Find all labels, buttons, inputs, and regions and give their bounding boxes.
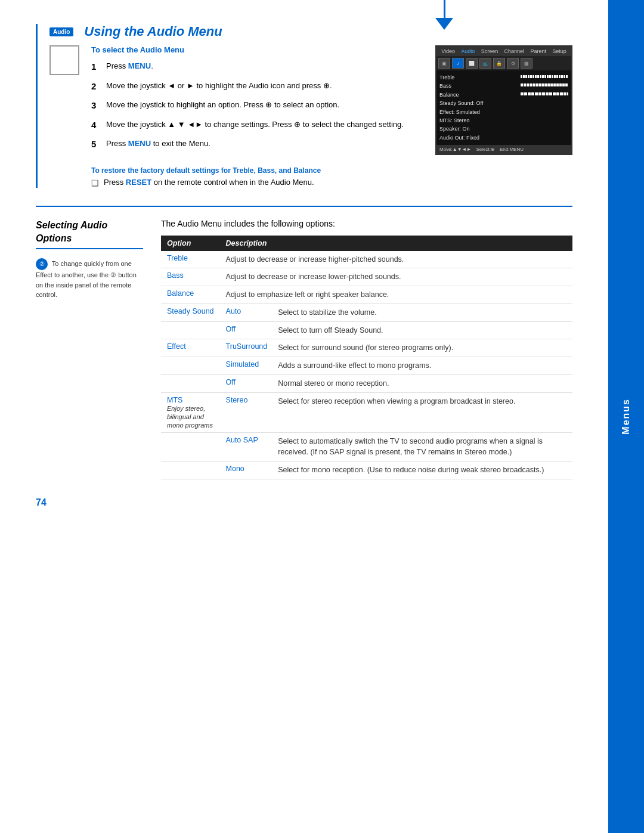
step-2: 2 Move the joystick ◄ or ► to highlight … bbox=[91, 80, 423, 94]
menu-keyword-2: MENU bbox=[128, 139, 151, 148]
tv-icon-5: 🔒 bbox=[493, 58, 505, 69]
option-treble: Treble bbox=[161, 251, 220, 268]
factory-title: To restore the factory default settings … bbox=[91, 166, 423, 175]
option-balance: Balance bbox=[161, 286, 220, 304]
right-sidebar: Menus bbox=[608, 0, 644, 833]
option-bass: Bass bbox=[161, 268, 220, 286]
options-table: Option Description Treble Adjust to decr… bbox=[161, 236, 572, 479]
tv-menu-bar: Video Audio Screen Channel Parent Setup bbox=[436, 47, 571, 56]
tv-row-audio-out: Audio Out: Fixed bbox=[439, 134, 568, 142]
left-col: Selecting Audio Options ② To change quic… bbox=[36, 219, 143, 479]
table-row: MTS Enjoy stereo,bilingual andmono progr… bbox=[161, 392, 572, 432]
sub-option-mono: Mono bbox=[220, 462, 273, 479]
step-3: 3 Move the joystick to highlight an opti… bbox=[91, 99, 423, 113]
tv-icons-bar: ▣ ♪ ⬜ 📺 🔒 ⚙ ▦ bbox=[436, 56, 571, 70]
step-list: 1 Press MENU. 2 Move the joystick ◄ or ►… bbox=[91, 60, 423, 151]
right-col: The Audio Menu includes the following op… bbox=[161, 219, 572, 479]
option-steady-sound: Steady Sound bbox=[161, 304, 220, 321]
tv-row-effect: Effect: Simulated bbox=[439, 108, 568, 116]
option-effect: Effect bbox=[161, 339, 220, 357]
sub-option-off-2: Off bbox=[220, 374, 273, 392]
audio-badge: Audio bbox=[49, 27, 73, 36]
tv-row-steady: Steady Sound: Off bbox=[439, 99, 568, 107]
tv-icon-3: ⬜ bbox=[466, 58, 478, 69]
table-row: Treble Adjust to decrease or increase hi… bbox=[161, 251, 572, 268]
tv-icon-2: ♪ bbox=[452, 58, 464, 69]
tv-content: Treble Bass Balance Steady Sound: Off Ef… bbox=[436, 70, 571, 145]
content-row: ♪ To select the Audio Menu 1 Press MENU.… bbox=[49, 45, 572, 188]
sub-option-trusurround: TruSurround bbox=[220, 339, 273, 357]
mts-sub-label: Enjoy stereo,bilingual andmono programs bbox=[167, 405, 213, 429]
page-title: Using the Audio Menu bbox=[84, 24, 222, 39]
tv-icon-6: ⚙ bbox=[507, 58, 519, 69]
checkbox-icon: ❑ bbox=[91, 178, 99, 188]
tv-row-treble: Treble bbox=[439, 73, 568, 82]
tip-text: ② To change quickly from one Effect to a… bbox=[36, 258, 143, 300]
section-header: Audio Using the Audio Menu bbox=[49, 24, 572, 39]
table-row: Simulated Adds a surround-like effect to… bbox=[161, 357, 572, 375]
tv-icon-7: ▦ bbox=[521, 58, 532, 69]
music-note-icon: ♪ bbox=[61, 52, 68, 69]
tv-row-balance: Balance bbox=[439, 91, 568, 99]
tip-icon: ② bbox=[36, 258, 48, 270]
section-divider bbox=[36, 206, 572, 207]
table-row: Auto SAP Select to automatically switch … bbox=[161, 432, 572, 462]
intro-text: The Audio Menu includes the following op… bbox=[161, 219, 572, 228]
bottom-section: Selecting Audio Options ② To change quic… bbox=[36, 219, 572, 479]
table-header-row: Option Description bbox=[161, 236, 572, 251]
selecting-title: Selecting Audio Options bbox=[36, 219, 143, 250]
col-header-option: Option bbox=[161, 236, 220, 251]
tv-row-mts: MTS: Stereo bbox=[439, 116, 568, 125]
menu-keyword: MENU bbox=[128, 61, 151, 70]
subsection-title: To select the Audio Menu bbox=[91, 45, 423, 54]
tv-screen-mockup: Video Audio Screen Channel Parent Setup … bbox=[435, 45, 572, 155]
tv-row-speaker: Speaker: On bbox=[439, 125, 568, 133]
sub-option-auto: Auto bbox=[220, 304, 273, 321]
top-section: Audio Using the Audio Menu ♪ To select t… bbox=[36, 24, 572, 188]
table-row: Mono Select for mono reception. (Use to … bbox=[161, 462, 572, 479]
tv-icon-4: 📺 bbox=[479, 58, 491, 69]
table-row: Effect TruSurround Select for surround s… bbox=[161, 339, 572, 357]
factory-text: ❑ Press RESET on the remote control when… bbox=[91, 178, 423, 188]
table-row: Steady Sound Auto Select to stabilize th… bbox=[161, 304, 572, 321]
page-number: 74 bbox=[36, 497, 572, 508]
table-row: Off Normal stereo or mono reception. bbox=[161, 374, 572, 392]
sidebar-label: Menus bbox=[621, 398, 631, 435]
sub-option-off-1: Off bbox=[220, 321, 273, 339]
reset-keyword: RESET bbox=[126, 178, 151, 187]
main-content: Audio Using the Audio Menu ♪ To select t… bbox=[0, 0, 608, 532]
table-row: Off Select to turn off Steady Sound. bbox=[161, 321, 572, 339]
sub-option-simulated: Simulated bbox=[220, 357, 273, 375]
blue-arrow bbox=[435, 0, 453, 30]
col-header-desc: Description bbox=[220, 236, 572, 251]
tv-bottom-bar: Move:▲▼◄► Select:⊕ End:MENU bbox=[436, 145, 571, 154]
instructions-col: To select the Audio Menu 1 Press MENU. 2… bbox=[91, 45, 423, 188]
step-5: 5 Press MENU to exit the Menu. bbox=[91, 138, 423, 151]
option-mts: MTS bbox=[167, 396, 182, 404]
factory-reset: To restore the factory default settings … bbox=[91, 160, 423, 188]
audio-icon-container: Audio bbox=[49, 27, 78, 36]
sub-option-stereo: Stereo bbox=[220, 392, 273, 432]
step-4: 4 Move the joystick ▲ ▼ ◄► to change set… bbox=[91, 119, 423, 132]
audio-icon: ♪ bbox=[49, 45, 79, 75]
tv-row-bass: Bass bbox=[439, 82, 568, 90]
table-row: Bass Adjust to decrease or increase lowe… bbox=[161, 268, 572, 286]
step-1: 1 Press MENU. bbox=[91, 60, 423, 74]
table-row: Balance Adjust to emphasize left or righ… bbox=[161, 286, 572, 304]
tv-icon-1: ▣ bbox=[438, 58, 450, 69]
sub-option-auto-sap: Auto SAP bbox=[220, 432, 273, 462]
